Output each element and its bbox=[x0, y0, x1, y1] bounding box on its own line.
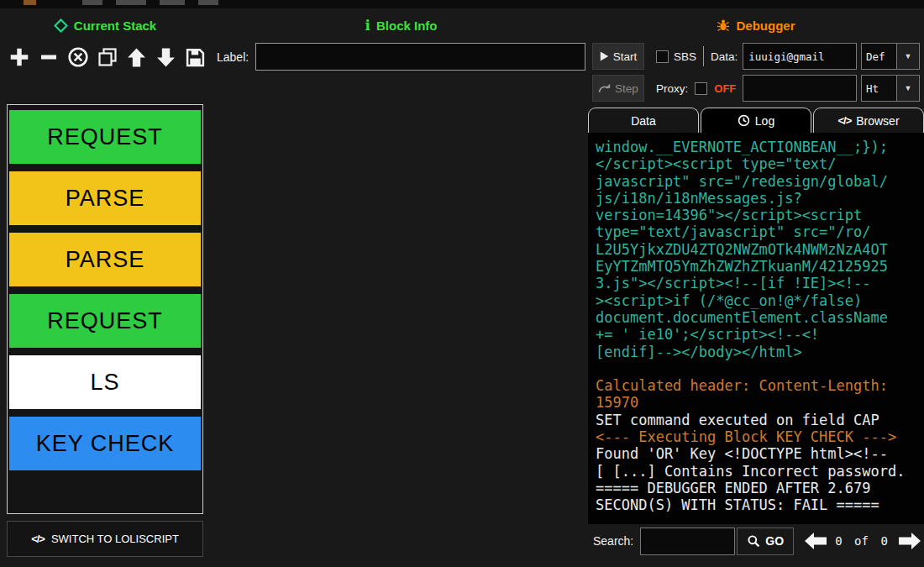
proxy-label: Proxy: bbox=[656, 82, 688, 95]
bug-icon bbox=[717, 18, 730, 32]
search-input[interactable] bbox=[640, 528, 735, 555]
log-line: ===== DEBUGGER ENDED AFTER 2.679 bbox=[596, 480, 924, 496]
remove-icon bbox=[39, 47, 59, 67]
log-line: type="text/javascript" src="/ro/ bbox=[596, 223, 924, 240]
match-counter: 0 of 0 bbox=[835, 534, 888, 548]
debugger-tabs: Data Log </> Browser bbox=[588, 108, 924, 133]
stack-block-parse[interactable]: PARSE bbox=[9, 171, 201, 225]
current-stack-header: Current Stack bbox=[0, 15, 210, 35]
log-line: EyYTZmMTQ5YmZhZWZhZTkuanM/42125925 bbox=[596, 258, 924, 275]
move-up-button[interactable] bbox=[124, 45, 149, 70]
log-line bbox=[596, 360, 924, 377]
previous-match-arrow[interactable] bbox=[803, 531, 828, 551]
disable-block-button[interactable] bbox=[66, 45, 90, 70]
step-icon bbox=[598, 83, 611, 94]
start-button[interactable]: Start bbox=[592, 43, 644, 70]
block-label-input[interactable] bbox=[255, 43, 585, 71]
magnifier-icon bbox=[747, 534, 760, 548]
log-line: L2U5YjkxZDU4ZTQ2NWZmOTk4NWMzNzA4OT bbox=[596, 241, 924, 258]
search-label: Search: bbox=[593, 534, 633, 548]
move-up-icon bbox=[126, 47, 147, 68]
log-line: SET command executed on field CAP bbox=[596, 412, 924, 428]
sbs-checkbox[interactable] bbox=[656, 50, 669, 63]
chevron-down-icon: ▼ bbox=[905, 84, 912, 92]
log-line: js/i18n/i18nMessages.js? bbox=[596, 190, 924, 207]
go-label: GO bbox=[765, 534, 784, 548]
log-line: SECOND(S) WITH STATUS: FAIL ===== bbox=[596, 496, 924, 513]
add-block-button[interactable] bbox=[7, 45, 31, 70]
step-label: Step bbox=[615, 82, 638, 95]
chevron-down-icon: ▼ bbox=[905, 52, 912, 60]
clock-icon bbox=[738, 114, 750, 127]
log-line: 15970 bbox=[596, 394, 924, 411]
log-line: Found 'OR' Key <!DOCTYPE html><!-- bbox=[596, 445, 924, 462]
debugger-header: Debugger bbox=[588, 15, 924, 35]
step-button[interactable]: Step bbox=[592, 75, 644, 102]
proxy-type-value[interactable]: Ht bbox=[861, 75, 896, 102]
tab-data-label: Data bbox=[631, 114, 656, 128]
menubar-fragment bbox=[24, 0, 36, 5]
log-line: javascript" src="/redesign/global/ bbox=[596, 173, 924, 190]
log-line: </script><script type="text/ bbox=[596, 155, 924, 172]
stack-diamond-icon bbox=[54, 18, 68, 33]
debugger-title: Debugger bbox=[736, 18, 795, 33]
info-icon: i bbox=[365, 17, 370, 34]
sbs-label: SBS bbox=[674, 50, 696, 63]
data-input[interactable] bbox=[743, 43, 857, 70]
stack-block-request[interactable]: REQUEST bbox=[9, 110, 201, 164]
remove-block-button[interactable] bbox=[36, 45, 60, 70]
current-stack-title: Current Stack bbox=[74, 18, 156, 33]
log-line: window.__EVERNOTE_ACTIONBEAN__;}); bbox=[596, 139, 924, 155]
block-label-caption: Label: bbox=[217, 50, 249, 64]
switch-button-label: SWITCH TO LOLISCRIPT bbox=[51, 533, 179, 545]
proxy-status: OFF bbox=[714, 82, 736, 95]
tab-data[interactable]: Data bbox=[588, 108, 699, 133]
clone-block-button[interactable] bbox=[95, 45, 119, 70]
stack-block-request[interactable]: REQUEST bbox=[9, 294, 201, 348]
menubar-fragment bbox=[160, 0, 185, 5]
log-line: ><script>if (/*@cc_on!@*/false) bbox=[596, 292, 924, 309]
clone-icon bbox=[97, 47, 118, 67]
search-go-button[interactable]: GO bbox=[737, 528, 794, 555]
menubar-fragment bbox=[82, 0, 102, 5]
disable-icon bbox=[67, 46, 89, 68]
debugger-controls-row2: Step Proxy: OFF Ht ▼ bbox=[592, 75, 920, 102]
openbullet-config-stacker: Current Stack i Block Info Debugger bbox=[0, 0, 924, 567]
data-label: Data: bbox=[711, 50, 738, 63]
block-info-title: Block Info bbox=[376, 18, 438, 33]
divider bbox=[703, 46, 704, 66]
wordlist-type-value[interactable]: Def bbox=[861, 43, 896, 70]
code-icon: </> bbox=[837, 114, 851, 127]
move-down-button[interactable] bbox=[154, 45, 178, 70]
tab-log-label: Log bbox=[755, 114, 774, 128]
block-stack: REQUEST PARSE PARSE REQUEST LS KEY CHECK bbox=[7, 104, 203, 514]
wordlist-type-dropdown-button[interactable]: ▼ bbox=[896, 43, 920, 70]
log-line: [endif]--></body></html> bbox=[596, 344, 924, 360]
tab-browser[interactable]: </> Browser bbox=[813, 108, 924, 133]
log-line: Calculated header: Content-Length: bbox=[596, 377, 924, 394]
log-search-bar: Search: GO 0 of 0 bbox=[588, 526, 924, 556]
tab-log[interactable]: Log bbox=[701, 108, 811, 133]
stack-block-ls[interactable]: LS bbox=[9, 355, 201, 409]
next-match-arrow[interactable] bbox=[897, 531, 922, 551]
log-line: [ [...] Contains Incorrect password. bbox=[596, 463, 924, 480]
proxy-type-dropdown-button[interactable]: ▼ bbox=[896, 75, 920, 102]
menubar-fragment bbox=[116, 0, 146, 5]
proxy-input[interactable] bbox=[743, 75, 857, 102]
move-down-icon bbox=[155, 47, 176, 68]
save-icon bbox=[185, 47, 206, 68]
code-icon: </> bbox=[31, 533, 45, 545]
start-label: Start bbox=[613, 50, 638, 63]
log-line: 3.js"></script><!--[if !IE]><!-- bbox=[596, 275, 924, 291]
switch-to-loliscript-button[interactable]: </> SWITCH TO LOLISCRIPT bbox=[7, 521, 203, 557]
stack-block-parse[interactable]: PARSE bbox=[9, 233, 201, 286]
log-line: document.documentElement.className bbox=[596, 309, 924, 326]
tab-browser-label: Browser bbox=[856, 114, 899, 128]
log-output[interactable]: window.__EVERNOTE_ACTIONBEAN__;});</scri… bbox=[588, 133, 924, 524]
proxy-checkbox[interactable] bbox=[695, 82, 707, 95]
play-icon bbox=[600, 50, 609, 62]
stack-toolbar bbox=[7, 42, 207, 72]
save-config-button[interactable] bbox=[183, 45, 207, 70]
debugger-controls-row1: Start SBS Data: Def ▼ bbox=[592, 43, 920, 70]
stack-block-keycheck[interactable]: KEY CHECK bbox=[9, 417, 201, 470]
